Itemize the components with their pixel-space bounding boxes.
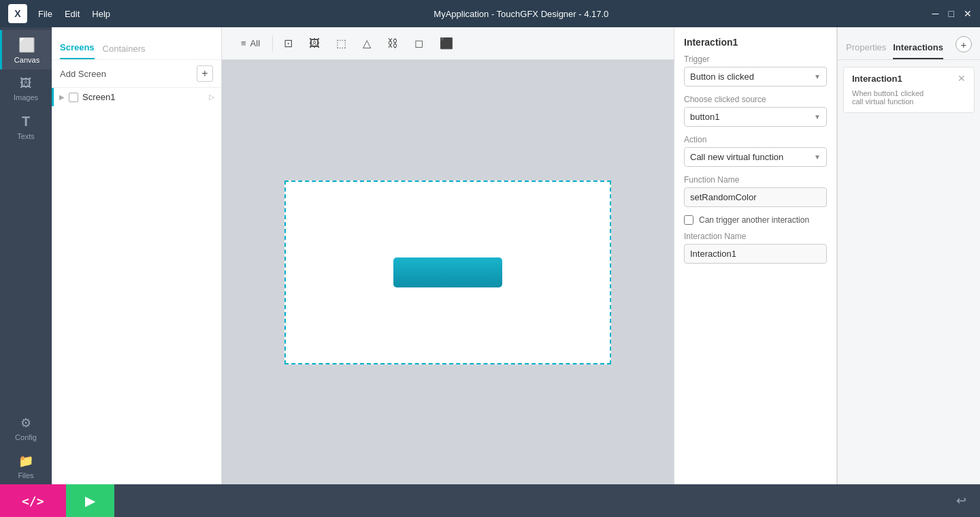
add-screen-button[interactable]: +: [197, 65, 213, 82]
title-bar: X File Edit Help MyApplication - TouchGF…: [0, 0, 980, 27]
interaction-card-title: Interaction1: [852, 74, 902, 84]
trigger-label: Trigger: [684, 54, 827, 64]
interaction-name-input[interactable]: [684, 244, 827, 264]
code-icon: </>: [22, 494, 44, 508]
toolbar-stack-btn[interactable]: ⬛: [433, 33, 460, 54]
add-interaction-btn[interactable]: +: [956, 36, 972, 52]
maximize-btn[interactable]: □: [949, 8, 954, 19]
images-icon: 🖼: [20, 76, 32, 91]
toolbar-image-btn[interactable]: 🖼: [302, 33, 327, 54]
all-icon: ≡: [241, 38, 246, 48]
layers-icon: ⬚: [336, 37, 346, 49]
sidebar-item-canvas[interactable]: ⬜ Canvas: [0, 30, 52, 69]
files-label: Files: [18, 471, 33, 480]
can-trigger-checkbox[interactable]: [684, 215, 693, 225]
toolbar-layers-btn[interactable]: ⬚: [329, 33, 353, 54]
texts-label: Texts: [17, 132, 35, 140]
interaction-card-line1: When button1 clicked: [852, 89, 966, 97]
sidebar-item-config[interactable]: ⚙ Config: [0, 409, 52, 447]
link-icon: ⛓: [387, 37, 398, 49]
function-name-input[interactable]: [684, 187, 827, 207]
canvas-icon: ⬜: [18, 37, 35, 53]
tab-containers[interactable]: Containers: [103, 44, 146, 59]
interactions-tab[interactable]: Interactions: [893, 42, 943, 59]
action-dropdown[interactable]: Call new virtual function ▼: [684, 147, 827, 167]
can-trigger-row: Can trigger another interaction: [684, 215, 827, 225]
toolbar-link-btn[interactable]: ⛓: [380, 33, 405, 54]
interaction-card: Interaction1 ✕ When button1 clicked call…: [843, 67, 975, 113]
minimize-btn[interactable]: ─: [932, 8, 939, 19]
properties-tab[interactable]: Properties: [846, 42, 886, 59]
button-widget[interactable]: [393, 257, 502, 287]
interaction-card-line2: call virtual function: [852, 97, 966, 106]
source-dropdown-icon: ▼: [814, 113, 821, 121]
trigger-dropdown-icon: ▼: [814, 73, 821, 80]
action-dropdown-icon: ▼: [814, 153, 821, 161]
shape-icon: △: [363, 37, 371, 49]
function-name-label: Function Name: [684, 175, 827, 185]
screen1-arrow: ▷: [209, 93, 214, 101]
code-button[interactable]: </>: [0, 484, 66, 517]
back-icon: ↩: [956, 493, 966, 508]
canvas-main: [222, 60, 674, 484]
toolbar-shape-btn[interactable]: △: [356, 33, 378, 54]
toolbar-interaction-btn[interactable]: ⊡: [277, 33, 299, 54]
screens-panel: Screens Containers Add Screen + ▶ Screen…: [52, 27, 222, 517]
images-label: Images: [14, 93, 38, 101]
run-icon: ▶: [85, 492, 95, 509]
close-btn[interactable]: ✕: [964, 8, 972, 19]
menu-edit[interactable]: Edit: [65, 9, 80, 19]
app-title: MyApplication - TouchGFX Designer - 4.17…: [434, 9, 608, 19]
app-logo: X: [8, 4, 27, 23]
menu-file[interactable]: File: [38, 9, 52, 19]
sidebar-item-texts[interactable]: T Texts: [0, 107, 52, 146]
texts-icon: T: [22, 114, 30, 129]
trigger-value: Button is clicked: [690, 72, 754, 82]
sidebar-item-images[interactable]: 🖼 Images: [0, 69, 52, 107]
screen-item-screen1[interactable]: ▶ Screen1 ▷: [52, 88, 221, 106]
canvas-screen[interactable]: [284, 181, 611, 364]
action-label: Action: [684, 135, 827, 144]
sidebar-item-files[interactable]: 📁 Files: [0, 447, 52, 485]
action-value: Call new virtual function: [690, 152, 783, 162]
tab-screens[interactable]: Screens: [60, 42, 95, 59]
editor-title: Interaction1: [684, 37, 827, 48]
source-dropdown[interactable]: button1 ▼: [684, 107, 827, 127]
toolbar-cube-btn[interactable]: ◻: [408, 33, 430, 54]
trigger-dropdown[interactable]: Button is clicked ▼: [684, 67, 827, 87]
interaction-editor-panel: Interaction1 Trigger Button is clicked ▼…: [674, 27, 837, 517]
stack-icon: ⬛: [440, 37, 453, 49]
interaction-name-label: Interaction Name: [684, 232, 827, 241]
screen1-expand-icon: ▶: [59, 93, 65, 101]
can-trigger-label: Can trigger another interaction: [699, 215, 809, 225]
interactions-panel: Properties Interactions + Interaction1 ✕…: [837, 27, 980, 517]
interaction-card-close[interactable]: ✕: [958, 73, 966, 84]
left-sidebar: ⬜ Canvas 🖼 Images T Texts ⚙ Config 📁 Fil…: [0, 27, 52, 517]
source-label: Choose clicked source: [684, 95, 827, 104]
canvas-label: Canvas: [14, 56, 39, 64]
files-icon: 📁: [18, 454, 33, 469]
menu-help[interactable]: Help: [92, 9, 110, 19]
screen1-name: Screen1: [82, 92, 115, 102]
back-button[interactable]: ↩: [943, 484, 980, 517]
screen1-checkbox[interactable]: [69, 93, 78, 102]
toolbar-all-btn[interactable]: ≡ All: [233, 35, 268, 52]
interaction-icon: ⊡: [284, 37, 293, 49]
add-screen-label: Add Screen: [60, 69, 106, 79]
run-button[interactable]: ▶: [66, 484, 114, 517]
source-value: button1: [690, 112, 719, 122]
canvas-area: ≡ All ⊡ 🖼 ⬚ △ ⛓ ◻ ⬛: [222, 27, 674, 517]
image-icon: 🖼: [309, 37, 320, 49]
config-label: Config: [15, 433, 37, 441]
config-icon: ⚙: [20, 416, 31, 430]
bottom-bar: </> ▶ ↩: [0, 484, 980, 517]
canvas-toolbar: ≡ All ⊡ 🖼 ⬚ △ ⛓ ◻ ⬛: [222, 27, 674, 60]
cube-icon: ◻: [414, 37, 423, 49]
